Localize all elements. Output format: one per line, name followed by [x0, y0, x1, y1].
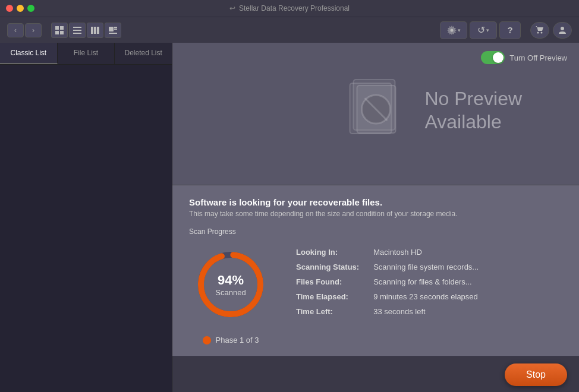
- svg-rect-6: [73, 33, 81, 34]
- circle-center: 94% Scanned: [215, 273, 246, 297]
- toolbar: ‹ ›: [0, 17, 579, 43]
- toggle-switch[interactable]: [481, 51, 505, 64]
- scan-progress-label: Scan Progress: [189, 227, 562, 236]
- circle-container: 94% Scanned Phase 1 of 3: [189, 243, 272, 344]
- scan-details: Looking In: Macintosh HD Scanning Status…: [296, 248, 479, 316]
- tab-file-list[interactable]: File List: [58, 43, 115, 64]
- settings-button[interactable]: ▾: [440, 21, 467, 39]
- sidebar: Classic List File List Deleted List: [0, 43, 172, 392]
- main-layout: Classic List File List Deleted List Turn…: [0, 43, 579, 392]
- svg-point-15: [537, 32, 539, 34]
- detail-label-1: Scanning Status:: [296, 263, 359, 271]
- view-controls: [51, 23, 121, 38]
- scan-body: 94% Scanned Phase 1 of 3 Looking In: Mac…: [189, 243, 562, 344]
- svg-rect-10: [109, 27, 114, 31]
- svg-rect-9: [97, 27, 99, 34]
- tab-deleted-list[interactable]: Deleted List: [115, 43, 172, 64]
- detail-value-2: Scanning for files & folders...: [373, 277, 479, 286]
- scan-scanned-label: Scanned: [215, 288, 246, 297]
- back-button[interactable]: ‹: [7, 23, 24, 37]
- window-title: ↩ Stellar Data Recovery Professional: [229, 4, 350, 12]
- detail-label-4: Time Left:: [296, 307, 359, 316]
- no-preview-text: No PreviewAvailable: [424, 87, 522, 133]
- preview-view-button[interactable]: [105, 23, 121, 38]
- tab-classic-list[interactable]: Classic List: [0, 43, 58, 64]
- preview-area: Turn Off Preview No PreviewA: [172, 43, 579, 185]
- no-preview-icon: [339, 75, 410, 146]
- svg-rect-7: [91, 27, 93, 34]
- circle-progress: 94% Scanned: [189, 243, 272, 326]
- detail-label-0: Looking In:: [296, 248, 359, 257]
- scan-subtitle: This may take some time depending on the…: [189, 210, 562, 218]
- sidebar-content: [0, 65, 172, 392]
- svg-rect-2: [55, 31, 59, 34]
- close-button[interactable]: [6, 5, 13, 12]
- preview-toggle[interactable]: Turn Off Preview: [481, 51, 567, 64]
- content-area: Turn Off Preview No PreviewA: [172, 43, 579, 392]
- toggle-label: Turn Off Preview: [509, 53, 567, 62]
- list-view-button[interactable]: [69, 23, 86, 38]
- title-icon: ↩: [229, 4, 235, 12]
- scan-area: Software is looking for your recoverable…: [172, 185, 579, 356]
- traffic-lights: [6, 5, 34, 12]
- cart-button[interactable]: [530, 22, 549, 39]
- minimize-button[interactable]: [17, 5, 24, 12]
- svg-rect-4: [73, 27, 81, 28]
- column-view-button[interactable]: [87, 23, 103, 38]
- maximize-button[interactable]: [27, 5, 34, 12]
- detail-label-2: Files Found:: [296, 277, 359, 286]
- detail-label-3: Time Elapsed:: [296, 292, 359, 301]
- center-controls: ▾ ↺ ▾ ?: [440, 21, 521, 39]
- svg-rect-3: [60, 31, 64, 34]
- stop-button[interactable]: Stop: [505, 363, 567, 386]
- detail-value-4: 33 seconds left: [373, 307, 479, 316]
- svg-point-16: [541, 32, 543, 34]
- svg-rect-12: [114, 29, 117, 30]
- detail-value-0: Macintosh HD: [373, 248, 479, 257]
- scan-percent: 94%: [215, 273, 246, 288]
- title-bar: ↩ Stellar Data Recovery Professional: [0, 0, 579, 17]
- help-button[interactable]: ?: [499, 21, 521, 39]
- phase-dot: [203, 336, 211, 344]
- bottom-bar: Stop: [172, 356, 579, 392]
- svg-rect-0: [55, 26, 59, 30]
- forward-button[interactable]: ›: [25, 23, 42, 37]
- svg-rect-11: [114, 27, 117, 28]
- svg-rect-13: [109, 33, 117, 34]
- profile-button[interactable]: [553, 22, 572, 39]
- svg-point-17: [561, 27, 564, 30]
- history-button[interactable]: ↺ ▾: [470, 21, 497, 39]
- detail-value-1: Scanning file system records...: [373, 263, 479, 271]
- detail-value-3: 9 minutes 23 seconds elapsed: [373, 292, 479, 301]
- svg-rect-8: [94, 27, 96, 34]
- grid-view-button[interactable]: [51, 23, 68, 38]
- scan-title: Software is looking for your recoverable…: [189, 197, 562, 207]
- right-controls: [530, 22, 572, 39]
- svg-rect-5: [73, 30, 81, 31]
- svg-rect-1: [60, 26, 64, 30]
- preview-content: No PreviewAvailable: [339, 75, 522, 146]
- sidebar-tabs: Classic List File List Deleted List: [0, 43, 172, 65]
- nav-controls: ‹ ›: [7, 23, 42, 37]
